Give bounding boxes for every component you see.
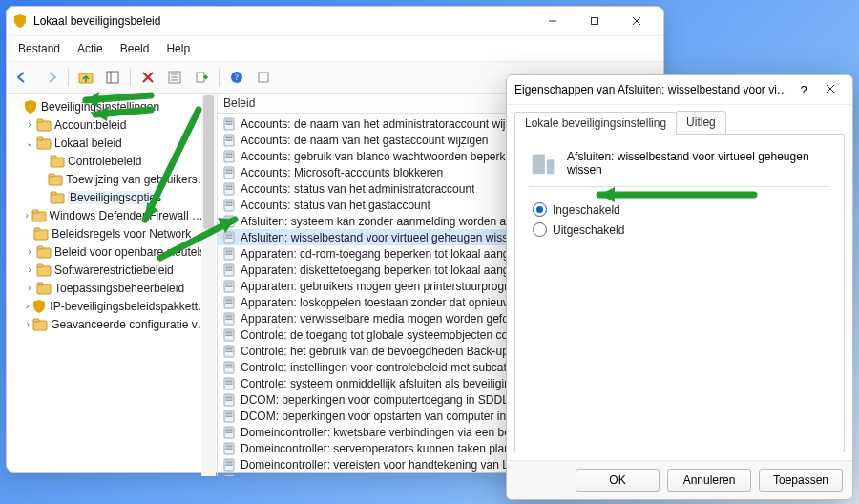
expander-icon[interactable]: › [24, 301, 31, 311]
tree-item[interactable]: Toewijzing van gebruikersrechten [9, 170, 215, 188]
svg-rect-94 [226, 412, 232, 414]
tree-item[interactable]: ⌄Lokaal beleid [9, 134, 215, 152]
policy-icon [223, 458, 237, 472]
expander-icon[interactable]: ⌄ [24, 137, 35, 148]
help-button[interactable]: ? [225, 66, 248, 89]
policy-icon [223, 134, 237, 147]
expander-icon[interactable]: › [24, 246, 35, 257]
svg-rect-5 [107, 72, 118, 83]
folder-icon [36, 117, 52, 133]
tree-item-label: Lokaal beleid [54, 136, 122, 150]
tree-item-label: Toepassingsbeheerbeleid [54, 282, 184, 295]
policy-icon [223, 247, 237, 261]
export-button[interactable] [190, 66, 213, 89]
maximize-button[interactable] [574, 8, 616, 34]
folder-icon [36, 136, 52, 151]
expander-icon[interactable]: › [24, 283, 35, 293]
tree-item[interactable]: ›IP-beveiligingsbeleidspakketten op Loka… [9, 297, 215, 315]
policy-icon [223, 296, 237, 309]
svg-rect-41 [226, 123, 232, 125]
menu-view[interactable]: Beeld [118, 40, 152, 57]
menu-file[interactable]: Bestand [16, 40, 62, 57]
policy-icon [223, 410, 237, 423]
svg-rect-105 [224, 475, 234, 477]
close-button[interactable] [616, 8, 658, 34]
svg-rect-13 [197, 73, 204, 82]
tree-item[interactable]: Controlebeleid [9, 152, 215, 170]
svg-rect-101 [226, 448, 232, 450]
ok-button[interactable]: OK [576, 469, 660, 492]
list-row-label: Accounts: status van het administratorac… [241, 182, 474, 196]
delete-button[interactable] [136, 66, 159, 89]
folder-icon [36, 244, 52, 260]
svg-rect-1 [592, 18, 598, 25]
tree-item[interactable]: Beleidsregels voor Network List Manager [9, 224, 215, 242]
policy-icon [223, 215, 237, 228]
nav-forward-button[interactable] [39, 66, 62, 89]
tree-item-label: IP-beveiligingsbeleidspakketten op Lokal… [50, 300, 211, 313]
svg-rect-49 [226, 169, 232, 171]
policy-icon [223, 166, 237, 179]
expander-icon[interactable]: › [24, 319, 31, 329]
svg-rect-47 [226, 156, 232, 158]
policy-icon [223, 361, 237, 374]
expander-icon[interactable]: › [24, 264, 35, 275]
svg-rect-76 [226, 315, 232, 317]
tree-scrollbar[interactable] [201, 94, 216, 476]
tree-pane[interactable]: Beveiligingsinstellingen ›Accountbeleid⌄… [7, 94, 218, 476]
policy-icon [223, 280, 237, 293]
tab-local-setting[interactable]: Lokale beveiligingsinstelling [514, 112, 677, 135]
svg-rect-16 [259, 73, 268, 82]
policy-icon [223, 263, 237, 277]
tab-explain[interactable]: Uitleg [676, 111, 726, 134]
svg-rect-56 [226, 204, 232, 206]
help-icon[interactable]: ? [791, 83, 816, 97]
svg-rect-34 [37, 264, 43, 267]
tree-item-label: Softwarerestrictiebeleid [54, 263, 174, 277]
tree-item[interactable]: ›Beleid voor openbare sleutels [9, 242, 215, 261]
cancel-button[interactable]: Annuleren [667, 469, 751, 492]
tree-item[interactable]: Beveiligingsopties [9, 188, 215, 206]
show-hide-tree-button[interactable] [101, 66, 124, 89]
folder-icon [36, 281, 52, 296]
expander-icon[interactable]: › [24, 119, 35, 130]
minimize-button[interactable] [532, 8, 574, 34]
svg-rect-58 [226, 218, 232, 220]
tree-item[interactable]: ›Softwarerestrictiebeleid [9, 261, 215, 279]
svg-rect-100 [226, 445, 232, 447]
folder-icon [31, 208, 47, 223]
svg-rect-44 [226, 139, 232, 141]
tree-item[interactable]: ›Toepassingsbeheerbeleid [9, 279, 215, 297]
svg-rect-77 [226, 318, 232, 320]
tree-item-label: Windows Defender Firewall met geavanceer… [50, 209, 211, 222]
svg-rect-62 [226, 237, 232, 239]
tree-item[interactable]: ›Geavanceerde configuratie van controleb… [9, 315, 215, 333]
list-row-label: Afsluiten: wisselbestand voor virtueel g… [241, 231, 521, 244]
tree-item[interactable]: ›Accountbeleid [9, 116, 215, 134]
dialog-close-button[interactable] [816, 83, 845, 96]
refresh-button[interactable] [252, 66, 275, 89]
menu-help[interactable]: Help [164, 40, 192, 57]
policy-icon [223, 117, 237, 131]
tree-item[interactable]: ›Windows Defender Firewall met geavancee… [9, 206, 215, 224]
folder-icon [33, 226, 49, 242]
svg-rect-111 [547, 159, 555, 174]
nav-back-button[interactable] [12, 66, 35, 89]
svg-rect-43 [226, 136, 232, 138]
radio-disabled[interactable]: Uitgeschakeld [533, 222, 827, 237]
menu-action[interactable]: Actie [75, 40, 105, 57]
radio-enabled[interactable]: Ingeschakeld [533, 202, 827, 217]
svg-rect-82 [226, 347, 232, 349]
tree-root[interactable]: Beveiligingsinstellingen [9, 97, 215, 116]
policy-icon [223, 150, 237, 163]
policy-icon [223, 182, 237, 196]
apply-button[interactable]: Toepassen [759, 469, 843, 492]
policy-icon [223, 393, 237, 407]
expander-icon[interactable]: › [24, 210, 31, 220]
properties-button[interactable] [163, 66, 186, 89]
svg-rect-104 [226, 464, 232, 466]
svg-rect-74 [226, 302, 232, 304]
tree-item-label: Geavanceerde configuratie van controlebe… [51, 318, 211, 331]
up-level-button[interactable] [74, 66, 97, 89]
list-row-label: Accounts: Microsoft-accounts blokkeren [241, 166, 443, 179]
